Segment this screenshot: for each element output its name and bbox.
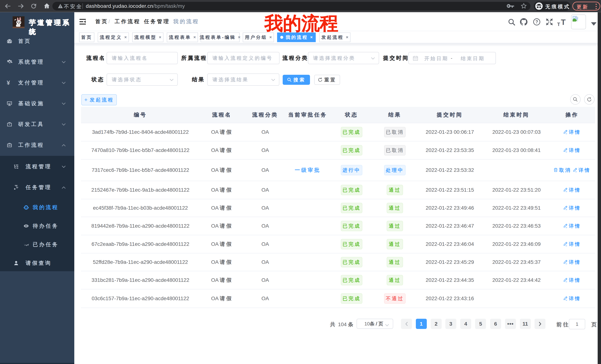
svg-text:?: ? (535, 19, 538, 24)
